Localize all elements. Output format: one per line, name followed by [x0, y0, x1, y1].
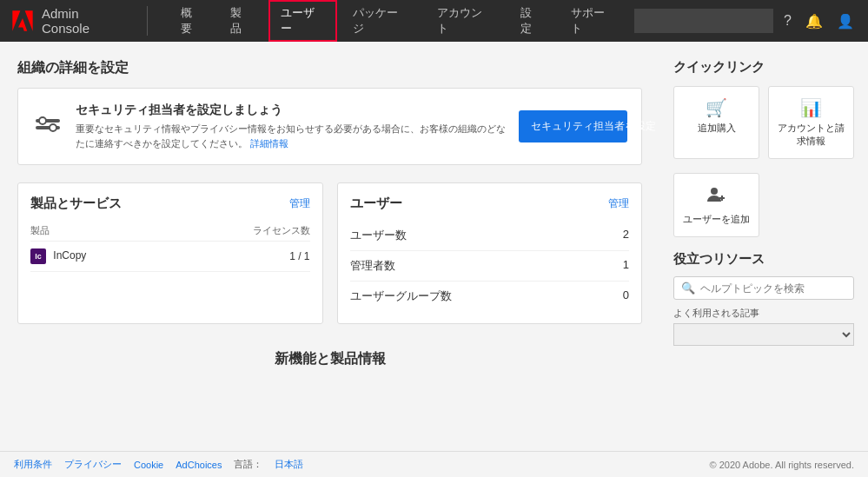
svg-point-2 — [39, 117, 46, 124]
footer-terms-link[interactable]: 利用条件 — [14, 458, 52, 471]
users-panel-header: ユーザー 管理 — [350, 195, 630, 212]
footer-lang-link[interactable]: 日本語 — [275, 458, 303, 471]
footer-adchoices-link[interactable]: AdChoices — [176, 460, 222, 470]
adobe-logo[interactable] — [10, 9, 35, 33]
list-item: 管理者数 1 — [350, 251, 630, 282]
topnav: Admin Console 概要 製品 ユーザー パッケージ アカウント 設定 … — [0, 0, 868, 42]
nav-account[interactable]: アカウント — [425, 0, 505, 42]
security-settings-icon — [32, 109, 63, 145]
users-panel: ユーザー 管理 ユーザー数 2 管理者数 1 ユーザーグループ数 0 — [337, 182, 643, 324]
quick-link-purchase-label: 追加購入 — [681, 122, 752, 135]
stat-label-users: ユーザー数 — [350, 228, 407, 243]
left-panel: 組織の詳細を設定 セキュリティ担当者を設定しましょう 重要なセキュリティ情報やプ… — [0, 42, 659, 451]
help-search-input[interactable] — [700, 282, 846, 295]
topnav-right: ? 🔔 👤 — [634, 9, 858, 33]
quick-links-grid: 🛒 追加購入 📊 アカウントと請求情報 — [673, 86, 854, 159]
help-search-box: 🔍 — [673, 276, 854, 300]
security-detail-link[interactable]: 詳細情報 — [250, 138, 288, 149]
articles-label: よく利用される記事 — [673, 307, 854, 320]
org-search-input[interactable] — [634, 9, 773, 33]
security-card-desc: 重要なセキュリティ情報やプライバシー情報をお知らせする必要がある場合に、お客様の… — [76, 122, 507, 150]
billing-icon: 📊 — [776, 97, 846, 118]
products-table: 製品 ライセンス数 Ic InCopy 1 / 1 — [30, 221, 310, 272]
security-card-text: セキュリティ担当者を設定しましょう 重要なセキュリティ情報やプライバシー情報をお… — [76, 103, 507, 150]
products-manage-link[interactable]: 管理 — [289, 196, 310, 211]
add-user-icon — [681, 184, 752, 209]
col-licenses-header: ライセンス数 — [169, 221, 310, 242]
main-layout: 組織の詳細を設定 セキュリティ担当者を設定しましょう 重要なセキュリティ情報やプ… — [0, 42, 868, 451]
nav-users[interactable]: ユーザー — [268, 0, 337, 42]
nav-overview[interactable]: 概要 — [169, 0, 215, 42]
product-name: InCopy — [53, 249, 86, 262]
stat-label-groups: ユーザーグループ数 — [350, 288, 452, 304]
footer: 利用条件 プライバシー Cookie AdChoices 言語：日本語 © 20… — [0, 451, 868, 477]
security-card-title: セキュリティ担当者を設定しましょう — [76, 103, 507, 118]
app-title: Admin Console — [42, 6, 148, 36]
bell-icon[interactable]: 🔔 — [802, 10, 826, 33]
new-features-title: 新機能と製品情報 — [17, 350, 642, 368]
list-item: ユーザーグループ数 0 — [350, 282, 630, 311]
list-item: ユーザー数 2 — [350, 221, 630, 251]
quick-link-purchase[interactable]: 🛒 追加購入 — [673, 86, 759, 159]
articles-select[interactable] — [673, 323, 854, 346]
incopy-icon: Ic — [30, 248, 46, 264]
quick-links-title: クイックリンク — [673, 59, 854, 76]
add-user-label: ユーザーを追加 — [681, 213, 752, 226]
table-row: Ic InCopy 1 / 1 — [30, 242, 310, 272]
user-stats: ユーザー数 2 管理者数 1 ユーザーグループ数 0 — [350, 221, 630, 311]
resources-title: 役立つリソース — [673, 251, 854, 268]
search-icon: 🔍 — [681, 282, 695, 295]
users-panel-title: ユーザー — [350, 195, 402, 212]
footer-privacy-link[interactable]: プライバシー — [64, 458, 122, 471]
product-licenses-cell: 1 / 1 — [169, 242, 310, 272]
right-panel: クイックリンク 🛒 追加購入 📊 アカウントと請求情報 — [659, 42, 868, 451]
stat-value-admins: 1 — [623, 258, 629, 274]
footer-copyright: © 2020 Adobe. All rights reserved. — [710, 460, 854, 470]
user-icon[interactable]: 👤 — [833, 10, 858, 33]
quick-link-billing-label: アカウントと請求情報 — [776, 122, 846, 148]
help-icon[interactable]: ? — [780, 10, 795, 32]
stat-label-admins: 管理者数 — [350, 258, 395, 274]
add-user-button[interactable]: ユーザーを追加 — [673, 173, 759, 237]
stat-value-groups: 0 — [623, 288, 629, 304]
cart-icon: 🛒 — [681, 97, 752, 118]
nav-settings[interactable]: 設定 — [508, 0, 555, 42]
svg-point-3 — [50, 124, 56, 131]
stat-value-users: 2 — [623, 228, 629, 243]
products-users-grid: 製品とサービス 管理 製品 ライセンス数 Ic I — [17, 182, 642, 324]
svg-point-4 — [711, 188, 718, 195]
product-name-cell: Ic InCopy — [30, 242, 169, 272]
col-product-header: 製品 — [30, 221, 169, 242]
security-card: セキュリティ担当者を設定しましょう 重要なセキュリティ情報やプライバシー情報をお… — [17, 88, 642, 165]
products-panel-title: 製品とサービス — [30, 195, 122, 212]
nav-packages[interactable]: パッケージ — [341, 0, 421, 42]
products-panel-header: 製品とサービス 管理 — [30, 195, 310, 212]
set-security-contact-button[interactable]: セキュリティ担当者を設定 — [519, 110, 627, 142]
footer-lang-label: 言語： — [234, 458, 262, 471]
new-features-section: 新機能と製品情報 — [17, 341, 642, 388]
users-manage-link[interactable]: 管理 — [608, 196, 629, 211]
nav-products[interactable]: 製品 — [218, 0, 265, 42]
nav-support[interactable]: サポート — [559, 0, 627, 42]
products-panel: 製品とサービス 管理 製品 ライセンス数 Ic I — [17, 182, 323, 324]
org-section-title: 組織の詳細を設定 — [17, 59, 642, 77]
quick-link-billing[interactable]: 📊 アカウントと請求情報 — [768, 86, 854, 159]
footer-cookie-link[interactable]: Cookie — [134, 460, 163, 470]
